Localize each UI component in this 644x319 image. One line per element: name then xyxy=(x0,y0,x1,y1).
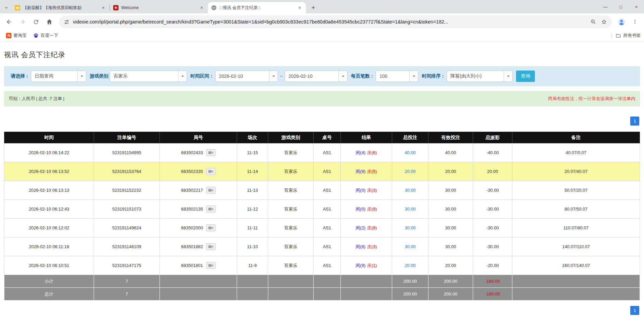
cell-result: 闲(9)庄(1) xyxy=(341,256,392,275)
total-bet-link[interactable]: 20.00 xyxy=(405,169,416,174)
cell-payout: 20.00 xyxy=(473,162,512,181)
dropdown-arrow-icon[interactable] xyxy=(269,71,278,82)
bookmark-taobao[interactable]: 淘 爱淘宝 xyxy=(3,32,29,40)
total-bet-link[interactable]: 40.00 xyxy=(405,150,416,155)
summary-label: 总计 xyxy=(4,288,94,301)
video-replay-button[interactable] xyxy=(206,187,216,194)
video-replay-button[interactable] xyxy=(206,243,216,250)
all-bookmarks[interactable]: 所有书签 xyxy=(612,33,641,39)
video-replay-button[interactable] xyxy=(206,168,216,175)
search-button[interactable]: 查询 xyxy=(516,71,535,82)
table-body: 2026-02-10 06:14:22523191154995683502433… xyxy=(4,143,640,275)
profile-avatar[interactable] xyxy=(615,15,628,28)
cell-result: 闲(0)庄(3) xyxy=(341,181,392,200)
dropdown-arrow-icon[interactable] xyxy=(409,71,418,82)
video-replay-button[interactable] xyxy=(206,149,216,156)
refresh-button[interactable] xyxy=(30,15,42,28)
total-bet-link[interactable]: 30.00 xyxy=(405,225,416,230)
dropdown-arrow-icon[interactable] xyxy=(77,71,86,82)
cell-bet-id: 523191151073 xyxy=(94,200,160,219)
zoom-icon[interactable] xyxy=(590,19,596,25)
window-close-button[interactable]: × xyxy=(629,0,644,13)
pagination-bottom: 1 xyxy=(5,306,639,315)
welcome-favicon-icon xyxy=(113,5,119,10)
bet-row: 2026-02-10 06:12:43523191151073683502135… xyxy=(4,200,640,219)
globe-favicon-icon xyxy=(211,5,217,10)
tab-close-icon[interactable]: × xyxy=(297,5,303,11)
total-bet-link[interactable]: 20.00 xyxy=(405,263,416,268)
summary-cell: 200.00 xyxy=(428,275,473,288)
forward-button[interactable] xyxy=(16,15,29,28)
sort-select[interactable]: 降冪(由大到小) xyxy=(447,71,513,82)
site-info-tune-icon[interactable] xyxy=(64,19,70,25)
browser-tab-welcome[interactable]: Welcome × xyxy=(110,2,208,13)
total-bet-link[interactable]: 30.00 xyxy=(405,207,416,212)
range-separator: ~ xyxy=(280,74,283,79)
table-header-row: 时间注单编号局号场次游戏类别桌号结果总投注有效投注总派彩备注 xyxy=(4,132,640,143)
summary-cell xyxy=(314,288,341,301)
cell-payout: -30.00 xyxy=(473,237,512,256)
video-replay-button[interactable] xyxy=(206,206,216,213)
tab-close-icon[interactable]: × xyxy=(199,5,204,11)
dropdown-arrow-icon[interactable] xyxy=(178,71,187,82)
page-number-button[interactable]: 1 xyxy=(630,306,639,315)
new-tab-button[interactable]: + xyxy=(309,3,318,12)
game-type-select[interactable]: 百家乐 xyxy=(110,71,187,82)
cell-remark: 80.07/50.07 xyxy=(512,200,640,219)
cell-table-no: AS1 xyxy=(314,256,341,275)
url-bar[interactable]: videoie.com/ipl/portal.php/game/betrecor… xyxy=(59,15,612,28)
window-minimize-button[interactable]: — xyxy=(598,0,613,13)
total-bet-link[interactable]: 30.00 xyxy=(405,188,416,193)
window-maximize-button[interactable]: □ xyxy=(613,0,629,13)
bookmark-label: 爱淘宝 xyxy=(13,33,27,39)
video-replay-button[interactable] xyxy=(206,224,216,231)
browser-tab-betrecord-active[interactable]: :::视讯 会员下注纪录::: × xyxy=(208,2,306,13)
dropdown-arrow-icon[interactable] xyxy=(504,71,512,82)
summary-cell: -160.00 xyxy=(473,275,512,288)
result-banker: 庄(6) xyxy=(367,150,377,155)
page-size-label: 每页笔数： xyxy=(351,73,374,79)
dropdown-arrow-icon[interactable] xyxy=(338,71,347,82)
back-button[interactable] xyxy=(3,15,15,28)
summary-cell xyxy=(237,275,268,288)
bookmark-star-icon[interactable] xyxy=(601,19,607,25)
page-number-button[interactable]: 1 xyxy=(630,117,639,126)
cell-game-type: 百家乐 xyxy=(268,256,314,275)
bookmark-baidu[interactable]: 百度一下 xyxy=(31,32,61,40)
browser-tab-forum[interactable]: 【新提醒】【海燕优质回帖奖励 × xyxy=(11,2,109,13)
date-from-select[interactable]: 2026-02-10 xyxy=(215,71,278,82)
cell-valid-bet: 30.00 xyxy=(428,200,473,219)
cell-game-type: 百家乐 xyxy=(268,200,314,219)
page-size-value: 100 xyxy=(376,74,409,79)
taobao-icon: 淘 xyxy=(6,33,11,38)
cell-table-no: AS1 xyxy=(314,219,341,237)
query-type-select[interactable]: 日期查询 xyxy=(31,71,86,82)
cell-round: 683501801 xyxy=(160,256,237,275)
round-number: 683502217 xyxy=(181,188,203,193)
column-header: 桌号 xyxy=(314,132,341,143)
cell-result: 闲(2)庄(8) xyxy=(341,219,392,237)
date-to-select[interactable]: 2026-02-10 xyxy=(285,71,348,82)
game-type-value: 百家乐 xyxy=(110,73,178,79)
url-text[interactable]: videoie.com/ipl/portal.php/game/betrecor… xyxy=(73,19,587,25)
video-replay-button[interactable] xyxy=(206,262,216,269)
window-controls: — □ × xyxy=(598,0,644,13)
page-size-select[interactable]: 100 xyxy=(376,71,418,82)
cell-session: 11-12 xyxy=(237,200,268,219)
tab-title: :::视讯 会员下注纪录::: xyxy=(219,5,294,11)
menu-kebab-icon[interactable] xyxy=(629,15,641,28)
total-bet-link[interactable]: 30.00 xyxy=(405,244,416,249)
home-button[interactable] xyxy=(43,15,56,28)
summary-row: 小计7200.00200.00-160.00 xyxy=(4,275,640,288)
chevron-down-icon[interactable] xyxy=(1,2,11,13)
folder-icon xyxy=(615,33,621,39)
cell-game-type: 百家乐 xyxy=(268,219,314,237)
result-player: 闲(0) xyxy=(356,207,366,212)
tab-close-icon[interactable]: × xyxy=(100,5,106,11)
cell-total-bet: 20.00 xyxy=(392,256,428,275)
table-footer: 小计7200.00200.00-160.00总计7200.00200.00-16… xyxy=(4,275,640,301)
time-range-label: 时间区间： xyxy=(190,73,214,79)
round-number: 683502433 xyxy=(181,150,203,155)
game-type-label: 游戏类别 xyxy=(90,73,108,79)
bookmark-label: 百度一下 xyxy=(41,33,58,39)
